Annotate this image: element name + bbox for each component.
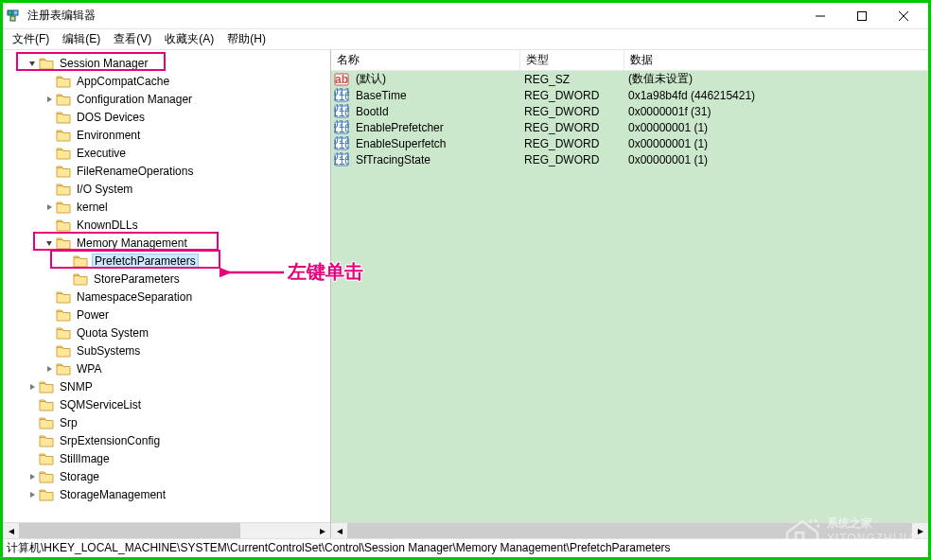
folder-icon	[56, 236, 71, 250]
value-row[interactable]: 011110EnablePrefetcherREG_DWORD0x0000000…	[331, 119, 928, 135]
scroll-right-icon[interactable]: ▸	[912, 523, 928, 539]
menu-bar: 文件(F) 编辑(E) 查看(V) 收藏夹(A) 帮助(H)	[3, 29, 928, 50]
tree-item[interactable]: StillImage	[3, 449, 330, 467]
value-type: REG_DWORD	[520, 89, 624, 102]
tree-prefetch-parameters[interactable]: PrefetchParameters	[3, 252, 330, 270]
folder-icon	[56, 129, 71, 142]
tree-label: KnownDLLs	[75, 219, 140, 232]
svg-rect-1	[13, 10, 18, 15]
col-name[interactable]: 名称	[331, 50, 520, 70]
expander-icon[interactable]	[26, 382, 39, 392]
tree-item[interactable]: Configuration Manager	[3, 90, 330, 108]
folder-icon	[56, 290, 71, 304]
tree-item[interactable]: Srp	[3, 413, 330, 431]
values-scrollbar-horizontal[interactable]: ◂ ▸	[331, 522, 928, 538]
menu-edit[interactable]: 编辑(E)	[57, 29, 106, 49]
tree-item[interactable]: AppCompatCache	[3, 72, 330, 90]
expander-icon[interactable]	[26, 59, 39, 68]
menu-favorites[interactable]: 收藏夹(A)	[159, 29, 220, 49]
svg-rect-4	[858, 11, 867, 20]
tree-pane: Session ManagerAppCompatCacheConfigurati…	[3, 50, 331, 538]
folder-icon	[39, 470, 54, 483]
tree-item[interactable]: SNMP	[3, 377, 330, 395]
expander-icon[interactable]	[43, 202, 56, 212]
menu-view[interactable]: 查看(V)	[108, 29, 157, 49]
tree-label: Environment	[75, 129, 142, 142]
expander-icon[interactable]	[43, 238, 56, 248]
scroll-left-icon[interactable]: ◂	[331, 523, 347, 539]
string-value-icon: ab	[333, 72, 350, 87]
value-type: REG_DWORD	[520, 105, 624, 118]
folder-icon	[56, 183, 71, 196]
tree-item[interactable]: Storage	[3, 467, 330, 485]
tree-store-parameters[interactable]: StoreParameters	[3, 270, 330, 288]
col-data[interactable]: 数据	[624, 50, 928, 70]
tree-item[interactable]: FileRenameOperations	[3, 162, 330, 180]
tree-item[interactable]: Environment	[3, 126, 330, 144]
registry-tree[interactable]: Session ManagerAppCompatCacheConfigurati…	[3, 50, 330, 522]
svg-text:110: 110	[334, 122, 349, 135]
col-type[interactable]: 类型	[520, 50, 624, 70]
expander-icon[interactable]	[43, 364, 56, 374]
values-list[interactable]: ab(默认)REG_SZ(数值未设置)011110BaseTimeREG_DWO…	[331, 71, 928, 522]
tree-item[interactable]: KnownDLLs	[3, 216, 330, 234]
expander-icon[interactable]	[26, 490, 39, 499]
tree-scrollbar-horizontal[interactable]: ◂ ▸	[3, 522, 330, 538]
close-button[interactable]	[883, 4, 924, 28]
tree-item[interactable]: SubSystems	[3, 341, 330, 359]
tree-item[interactable]: SQMServiceList	[3, 395, 330, 413]
tree-item[interactable]: WPA	[3, 359, 330, 377]
svg-text:110: 110	[334, 90, 349, 103]
tree-label: FileRenameOperations	[75, 165, 195, 178]
folder-icon	[56, 111, 71, 124]
tree-item[interactable]: Quota System	[3, 324, 330, 341]
tree-label: SQMServiceList	[58, 398, 143, 411]
tree-session-manager[interactable]: Session Manager	[3, 54, 330, 72]
binary-value-icon: 011110	[333, 104, 350, 119]
tree-item[interactable]: StorageManagement	[3, 485, 330, 503]
expander-icon[interactable]	[26, 472, 39, 481]
menu-file[interactable]: 文件(F)	[7, 29, 55, 49]
tree-label: Storage	[58, 470, 101, 483]
folder-icon	[56, 219, 71, 232]
value-row[interactable]: 011110BaseTimeREG_DWORD0x1a98b4fd (44621…	[331, 87, 928, 103]
scroll-left-icon[interactable]: ◂	[3, 523, 19, 539]
binary-value-icon: 011110	[333, 152, 350, 167]
tree-item[interactable]: NamespaceSeparation	[3, 288, 330, 306]
folder-icon	[56, 326, 71, 340]
scroll-right-icon[interactable]: ▸	[314, 523, 330, 539]
value-type: REG_DWORD	[520, 137, 624, 150]
expander-icon[interactable]	[43, 95, 56, 104]
svg-text:110: 110	[334, 154, 349, 167]
value-row[interactable]: ab(默认)REG_SZ(数值未设置)	[331, 71, 928, 87]
maximize-button[interactable]	[841, 4, 883, 28]
menu-help[interactable]: 帮助(H)	[221, 29, 272, 49]
tree-item[interactable]: DOS Devices	[3, 108, 330, 126]
value-name: SfTracingState	[352, 153, 520, 166]
tree-label: StoreParameters	[92, 272, 182, 286]
value-row[interactable]: 011110SfTracingStateREG_DWORD0x00000001 …	[331, 151, 928, 167]
value-row[interactable]: 011110EnableSuperfetchREG_DWORD0x0000000…	[331, 135, 928, 151]
value-name: BaseTime	[352, 89, 520, 102]
tree-label: StillImage	[58, 452, 112, 465]
tree-label: Srp	[58, 416, 79, 429]
tree-item[interactable]: SrpExtensionConfig	[3, 431, 330, 449]
tree-item[interactable]: kernel	[3, 198, 330, 216]
value-type: REG_SZ	[520, 73, 624, 86]
tree-label: I/O System	[75, 183, 134, 196]
folder-icon	[73, 254, 88, 268]
minimize-button[interactable]	[799, 4, 841, 28]
tree-label: kernel	[75, 201, 110, 214]
tree-item[interactable]: Executive	[3, 144, 330, 162]
tree-item[interactable]: I/O System	[3, 180, 330, 198]
folder-icon	[39, 416, 54, 429]
value-row[interactable]: 011110BootIdREG_DWORD0x0000001f (31)	[331, 103, 928, 119]
binary-value-icon: 011110	[333, 136, 350, 151]
tree-memory-management[interactable]: Memory Management	[3, 234, 330, 252]
svg-text:110: 110	[334, 138, 349, 151]
folder-icon	[39, 434, 54, 447]
tree-item[interactable]: Power	[3, 306, 330, 324]
status-bar: 计算机\HKEY_LOCAL_MACHINE\SYSTEM\CurrentCon…	[3, 538, 928, 557]
folder-icon	[39, 380, 54, 394]
tree-label: PrefetchParameters	[92, 254, 199, 269]
